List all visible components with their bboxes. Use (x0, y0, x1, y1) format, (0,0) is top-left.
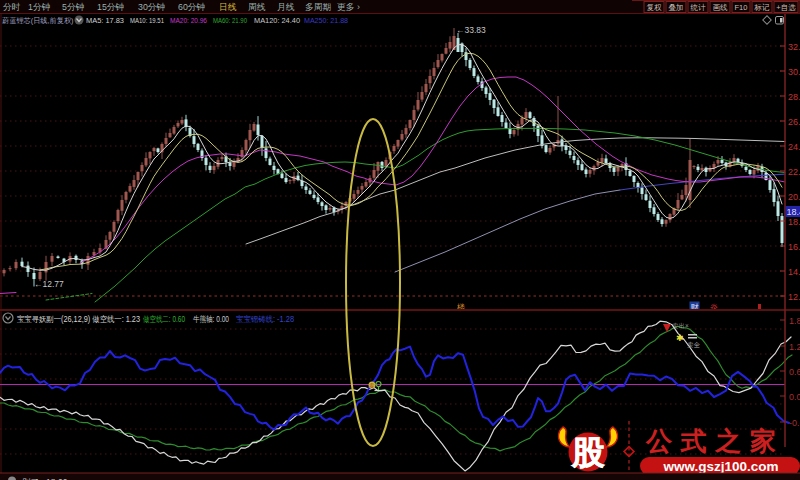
svg-text:1分钟: 1分钟 (28, 2, 51, 12)
svg-text:MA60: 21.90: MA60: 21.90 (213, 16, 247, 25)
svg-text:月线: 月线 (277, 2, 295, 12)
svg-text:←12.77: ←12.77 (34, 279, 64, 289)
svg-text:叠加: 叠加 (669, 3, 684, 12)
svg-text:统计: 统计 (691, 3, 707, 12)
svg-text:✱: ✱ (676, 333, 684, 343)
svg-text:+自选: +自选 (776, 3, 796, 12)
svg-text:别了 : 18.00: 别了 : 18.00 (22, 477, 68, 480)
svg-text:MA20: 20.96: MA20: 20.96 (170, 16, 207, 25)
svg-text:MA250: 21.88: MA250: 21.88 (304, 16, 348, 25)
svg-text:0.0: 0.0 (789, 392, 800, 402)
svg-text:牛熊轴: 0.00: 牛熊轴: 0.00 (193, 315, 229, 324)
svg-text:卖出×: 卖出× (672, 322, 689, 329)
svg-text:20.00: 20.00 (788, 192, 800, 202)
svg-text:卖全: 卖全 (687, 341, 701, 348)
svg-text:复权: 复权 (647, 3, 663, 12)
svg-text:做空线二: 0.60: 做空线二: 0.60 (143, 315, 185, 324)
svg-text:日线: 日线 (219, 2, 237, 12)
svg-text:多周期: 多周期 (305, 2, 331, 12)
svg-text:0.6: 0.6 (789, 367, 800, 377)
svg-text:14.00: 14.00 (788, 267, 800, 277)
svg-text:←33.83: ←33.83 (456, 25, 486, 35)
svg-text:5分钟: 5分钟 (62, 2, 85, 12)
svg-text:股: 股 (571, 435, 606, 471)
svg-text:32.00: 32.00 (788, 42, 800, 52)
svg-text:卖: 卖 (369, 383, 375, 389)
svg-text:28.00: 28.00 (788, 92, 800, 102)
svg-text:蔚蓝锂芯(日线,前复权): 蔚蓝锂芯(日线,前复权) (2, 16, 73, 25)
svg-text:标记: 标记 (754, 3, 771, 12)
svg-text:12.00: 12.00 (788, 292, 800, 302)
svg-text:MA10: 19.51: MA10: 19.51 (130, 16, 164, 25)
svg-text:分时: 分时 (3, 2, 21, 12)
svg-text:1.8: 1.8 (789, 316, 800, 326)
svg-text:26.00: 26.00 (788, 117, 800, 127)
svg-text:15分钟: 15分钟 (97, 2, 124, 12)
svg-text:F10: F10 (735, 3, 748, 12)
svg-text:www.gszj100.com: www.gszj100.com (662, 459, 778, 474)
svg-text:宝宝锦铸线: -1.28: 宝宝锦铸线: -1.28 (236, 315, 294, 324)
svg-text:画线: 画线 (713, 3, 729, 12)
svg-text:MA5: 17.83: MA5: 17.83 (86, 16, 125, 25)
svg-text:22.00: 22.00 (788, 167, 800, 177)
svg-text:-0.6: -0.6 (789, 418, 800, 428)
svg-text:24.00: 24.00 (788, 142, 800, 152)
svg-text:18.4: 18.4 (787, 207, 800, 217)
svg-text:宝宝寻妖副一(26,12,9) 做空线一: 1.23: 宝宝寻妖副一(26,12,9) 做空线一: 1.23 (17, 315, 140, 324)
svg-text:30分钟: 30分钟 (138, 2, 165, 12)
svg-text:更多 ›: 更多 › (337, 2, 360, 12)
svg-text:1.2: 1.2 (789, 342, 800, 352)
svg-text:18.00: 18.00 (788, 217, 800, 227)
svg-text:MA120: 24.40: MA120: 24.40 (254, 16, 301, 25)
svg-text:60分钟: 60分钟 (178, 2, 205, 12)
svg-text:30.00: 30.00 (788, 67, 800, 77)
svg-text:16.00: 16.00 (788, 242, 800, 252)
svg-text:周线: 周线 (248, 2, 266, 12)
